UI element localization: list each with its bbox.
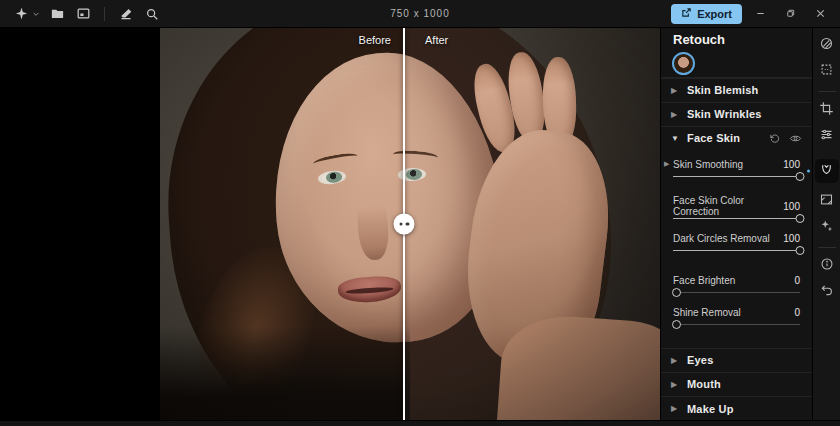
crop-tool-button[interactable] [815, 98, 839, 122]
section-eyes[interactable]: ▶ Eyes [661, 348, 812, 372]
collapsed-triangle-icon: ▶ [671, 86, 681, 95]
color-filter-tool-button[interactable] [815, 33, 839, 57]
slider-shine-removal: Shine Removal 0 [673, 306, 800, 331]
after-side-overlay [403, 28, 660, 420]
collapsed-triangle-icon: ▶ [671, 380, 681, 389]
slider-label: Dark Circles Removal [673, 233, 770, 244]
compare-drag-handle[interactable] [394, 214, 415, 235]
face-retouch-tool-button[interactable] [815, 159, 839, 183]
zoom-tool-button[interactable] [141, 4, 163, 24]
canvas-tool-button[interactable] [815, 189, 839, 213]
slider-knob[interactable] [672, 320, 681, 329]
sparkle-icon [14, 6, 29, 21]
image-canvas: Before After [0, 28, 660, 420]
info-icon [820, 257, 834, 275]
section-face-skin[interactable]: ▼ Face Skin [661, 126, 812, 150]
export-label: Export [697, 8, 732, 20]
visibility-eye-icon[interactable] [789, 132, 802, 145]
toolbar-separator [104, 7, 105, 21]
folder-icon [50, 6, 65, 21]
reset-icon[interactable] [769, 133, 780, 144]
undo-button[interactable] [815, 280, 839, 304]
collapsed-triangle-icon: ▶ [671, 110, 681, 119]
slider-skin-smoothing: ▶ Skin Smoothing 100 [673, 158, 800, 183]
top-toolbar: 750 x 1000 Export [0, 0, 840, 28]
adjustments-sliders-icon [819, 127, 834, 146]
face-retouch-icon [819, 162, 834, 181]
collapsed-triangle-icon: ▶ [671, 356, 681, 365]
section-label: Face Skin [687, 132, 740, 144]
bottom-bar [0, 420, 840, 426]
photo-editor-window: 750 x 1000 Export [0, 0, 840, 426]
rail-separator [818, 91, 836, 92]
panel-title: Retouch [661, 28, 812, 50]
undo-icon [820, 283, 834, 301]
slider-face-brighten: Face Brighten 0 [673, 274, 800, 299]
slider-track[interactable] [673, 171, 800, 183]
structure-tool-button[interactable] [815, 59, 839, 83]
rail-separator [818, 247, 836, 248]
slider-knob[interactable] [796, 172, 805, 181]
section-make-up[interactable]: ▶ Make Up [661, 396, 812, 420]
before-after-divider[interactable] [403, 28, 405, 420]
close-button[interactable] [808, 4, 832, 24]
slider-label: Skin Smoothing [673, 159, 743, 170]
maximize-button[interactable] [778, 4, 802, 24]
face-avatar-thumbnail[interactable] [672, 52, 695, 75]
slider-knob[interactable] [796, 246, 805, 255]
image-icon [76, 6, 91, 21]
tool-rail [812, 28, 840, 420]
slider-value: 100 [783, 159, 800, 170]
retouch-panel: Retouch ▶ Skin Blemish ▶ Skin Wrinkles ▼… [660, 28, 812, 420]
slider-face-skin-color-correction: Face Skin Color Correction 100 [673, 200, 800, 225]
section-mouth[interactable]: ▶ Mouth [661, 372, 812, 396]
slider-track[interactable] [673, 319, 800, 331]
eraser-icon [119, 7, 133, 21]
section-label: Mouth [687, 378, 721, 390]
slider-value: 100 [783, 201, 800, 212]
minimize-button[interactable] [748, 4, 772, 24]
magnifier-icon [145, 7, 159, 21]
open-folder-button[interactable] [46, 4, 68, 24]
effects-sparkle-icon [819, 218, 834, 237]
structure-icon [819, 62, 834, 81]
slider-label: Shine Removal [673, 307, 741, 318]
before-label: Before [359, 34, 391, 46]
slider-label: Face Brighten [673, 275, 735, 286]
section-label: Skin Blemish [687, 84, 758, 96]
info-button[interactable] [815, 254, 839, 278]
enhance-button[interactable] [10, 4, 32, 24]
canvas-icon [819, 192, 834, 211]
slider-value: 0 [794, 275, 800, 286]
slider-knob[interactable] [672, 288, 681, 297]
slider-value: 0 [794, 307, 800, 318]
slider-track[interactable] [673, 287, 800, 299]
slider-track[interactable] [673, 245, 800, 257]
export-button[interactable]: Export [671, 4, 742, 24]
collapsed-triangle-icon: ▶ [671, 404, 681, 413]
slider-expander-icon[interactable]: ▶ [664, 160, 669, 168]
slider-value: 100 [783, 233, 800, 244]
section-label: Skin Wrinkles [687, 108, 762, 120]
adjustments-tool-button[interactable] [815, 124, 839, 148]
section-skin-blemish[interactable]: ▶ Skin Blemish [661, 78, 812, 102]
chevron-down-icon[interactable] [32, 4, 42, 24]
crop-icon [819, 101, 834, 120]
section-skin-wrinkles[interactable]: ▶ Skin Wrinkles [661, 102, 812, 126]
color-filter-icon [819, 36, 834, 55]
gallery-button[interactable] [72, 4, 94, 24]
eraser-tool-button[interactable] [115, 4, 137, 24]
section-header-icons [769, 132, 802, 145]
effects-tool-button[interactable] [815, 215, 839, 239]
slider-dark-circles-removal: Dark Circles Removal 100 [673, 232, 800, 257]
after-label: After [425, 34, 448, 46]
face-skin-sliders: ▶ Skin Smoothing 100 Face Skin Color Cor… [661, 150, 812, 348]
slider-knob[interactable] [796, 214, 805, 223]
section-label: Make Up [687, 403, 734, 415]
expanded-triangle-icon: ▼ [671, 134, 681, 143]
section-label: Eyes [687, 354, 714, 366]
portrait-photo[interactable]: Before After [160, 28, 660, 420]
toolbar-left-group [0, 4, 163, 24]
slider-track[interactable] [673, 213, 800, 225]
detected-faces-row [661, 50, 812, 78]
